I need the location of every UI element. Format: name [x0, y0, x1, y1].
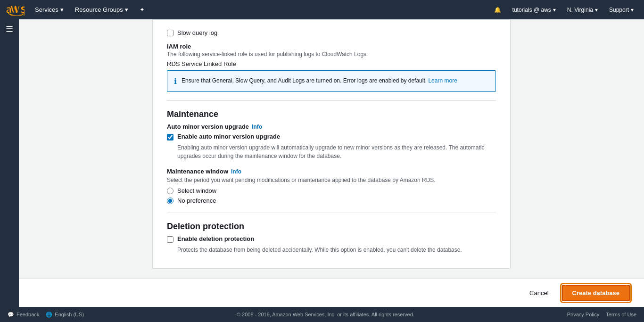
divider-1: [167, 100, 496, 101]
bookmarks-icon[interactable]: ✦: [135, 0, 149, 19]
maintenance-section: Maintenance Auto minor version upgrade I…: [167, 109, 496, 204]
footer: 💬 Feedback 🌐 English (US) © 2008 - 2019,…: [0, 307, 644, 322]
no-preference-label: No preference: [177, 197, 216, 204]
footer-right: Privacy Policy Terms of Use: [567, 312, 636, 317]
iam-info-box: ℹ Ensure that General, Slow Query, and A…: [167, 70, 496, 92]
enable-auto-minor-description: Enabling auto minor version upgrade will…: [177, 143, 496, 160]
iam-title: IAM role: [167, 43, 496, 50]
action-bar: Cancel Create database: [19, 279, 644, 307]
feedback-button[interactable]: 💬 Feedback: [8, 312, 39, 318]
maintenance-window-label-row: Maintenance window Info: [167, 168, 496, 175]
cancel-button[interactable]: Cancel: [522, 286, 556, 300]
aws-logo: [6, 4, 25, 16]
user-menu[interactable]: tutorials @ aws ▾: [508, 0, 561, 19]
info-circle-icon: ℹ: [174, 77, 177, 86]
auto-minor-group: Auto minor version upgrade Info Enable a…: [167, 123, 496, 160]
content-area: Slow query log IAM role The following se…: [19, 19, 644, 307]
scroll-container: Slow query log IAM role The following se…: [19, 19, 644, 279]
maintenance-title: Maintenance: [167, 109, 496, 119]
enable-auto-minor-row: Enable auto minor version upgrade: [167, 133, 496, 140]
footer-copyright: © 2008 - 2019, Amazon Web Services, Inc.…: [84, 312, 567, 317]
slow-query-label: Slow query log: [177, 29, 217, 36]
enable-deletion-row: Enable deletion protection: [167, 235, 496, 243]
enable-deletion-checkbox[interactable]: [167, 236, 173, 243]
maintenance-window-description: Select the period you want pending modif…: [167, 177, 496, 183]
support-menu[interactable]: Support ▾: [604, 0, 638, 19]
learn-more-link[interactable]: Learn more: [428, 77, 457, 84]
deletion-protection-title: Deletion protection: [167, 222, 496, 231]
select-window-radio[interactable]: [167, 188, 173, 194]
footer-left: 💬 Feedback 🌐 English (US): [8, 312, 84, 318]
resource-groups-menu[interactable]: Resource Groups ▾: [70, 0, 133, 19]
feedback-icon: 💬: [8, 312, 14, 318]
slow-query-row: Slow query log: [167, 29, 496, 36]
iam-section: IAM role The following service-linked ro…: [167, 43, 496, 92]
globe-icon: 🌐: [46, 312, 52, 318]
auto-minor-label-row: Auto minor version upgrade Info: [167, 123, 496, 130]
enable-auto-minor-checkbox[interactable]: [167, 134, 173, 140]
auto-minor-info-link[interactable]: Info: [252, 124, 262, 130]
region-menu[interactable]: N. Virginia ▾: [562, 0, 603, 19]
iam-description: The following service-linked role is use…: [167, 51, 496, 58]
no-preference-radio[interactable]: [167, 198, 173, 204]
auto-minor-label: Auto minor version upgrade: [167, 123, 249, 130]
no-preference-row: No preference: [167, 197, 496, 204]
top-navigation: Services ▾ Resource Groups ▾ ✦ 🔔 tutoria…: [0, 0, 644, 19]
create-database-button[interactable]: Create database: [562, 285, 630, 301]
notifications-icon[interactable]: 🔔: [489, 0, 506, 19]
privacy-policy-link[interactable]: Privacy Policy: [567, 312, 599, 317]
enable-deletion-description: Protects the database from being deleted…: [177, 246, 496, 254]
deletion-protection-section: Deletion protection Enable deletion prot…: [167, 222, 496, 254]
enable-auto-minor-label: Enable auto minor version upgrade: [177, 133, 280, 140]
divider-2: [167, 213, 496, 213]
maintenance-window-label: Maintenance window: [167, 168, 228, 175]
content-wrapper: Slow query log IAM role The following se…: [129, 19, 534, 269]
language-selector[interactable]: 🌐 English (US): [46, 312, 84, 318]
select-window-label: Select window: [177, 187, 216, 194]
select-window-row: Select window: [167, 187, 496, 194]
iam-role-name: RDS Service Linked Role: [167, 60, 496, 67]
sidebar-toggle-icon[interactable]: ☰: [6, 24, 13, 34]
form-card: Slow query log IAM role The following se…: [152, 19, 511, 269]
enable-deletion-label: Enable deletion protection: [177, 235, 254, 242]
maintenance-window-info-link[interactable]: Info: [231, 168, 241, 175]
services-menu[interactable]: Services ▾: [30, 0, 68, 19]
maintenance-window-radio-group: Select window No preference: [167, 187, 496, 204]
slow-query-checkbox[interactable]: [167, 30, 173, 36]
sidebar: ☰: [0, 19, 19, 307]
maintenance-window-group: Maintenance window Info Select the perio…: [167, 168, 496, 204]
iam-info-text: Ensure that General, Slow Query, and Aud…: [182, 76, 457, 86]
terms-of-use-link[interactable]: Terms of Use: [606, 312, 636, 317]
